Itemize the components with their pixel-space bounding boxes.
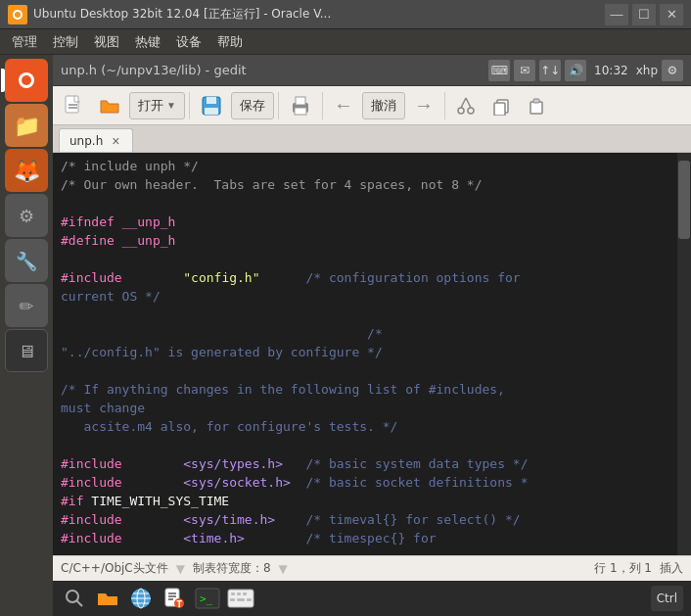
- toolbar: 打开 ▼ 保存: [53, 86, 691, 125]
- code-line-4: #ifndef __unp_h: [61, 213, 669, 231]
- svg-rect-42: [230, 598, 235, 601]
- undo-label-button[interactable]: 撤消: [362, 92, 405, 119]
- code-line-21: #include <time.h> /* timespec{} for: [61, 529, 669, 547]
- tab-width[interactable]: 制表符宽度：8: [193, 560, 271, 577]
- status-bar: C/C++/ObjC头文件 ▼ 制表符宽度：8 ▼ 行 1，列 1 插入: [53, 555, 691, 581]
- svg-rect-10: [207, 97, 216, 104]
- clock: 10:32: [594, 64, 628, 77]
- code-line-14: must change: [61, 399, 669, 417]
- svg-point-16: [468, 108, 474, 114]
- svg-rect-20: [494, 103, 505, 116]
- svg-rect-40: [237, 592, 241, 595]
- svg-text:T: T: [177, 600, 183, 609]
- sidebar-ubuntu[interactable]: [5, 59, 48, 102]
- taskbar-files-icon[interactable]: [94, 585, 121, 612]
- menu-control[interactable]: 控制: [45, 31, 86, 53]
- tab-filename: unp.h: [69, 134, 103, 148]
- svg-point-2: [15, 12, 21, 18]
- vertical-scrollbar[interactable]: [677, 153, 691, 555]
- open-button[interactable]: 打开 ▼: [129, 92, 185, 119]
- code-line-5: #define __unp_h: [61, 231, 669, 250]
- paste-button[interactable]: [520, 90, 553, 121]
- redo-button[interactable]: →: [407, 90, 440, 121]
- sidebar-firefox[interactable]: 🦊: [5, 149, 48, 192]
- svg-text:>_: >_: [200, 592, 213, 605]
- code-line-11: "../config.h" is generated by configure …: [61, 343, 669, 361]
- email-icon: ✉: [514, 60, 535, 81]
- cut-button[interactable]: [449, 90, 483, 121]
- svg-line-24: [76, 600, 82, 606]
- settings-icon[interactable]: ⚙: [662, 60, 683, 81]
- volume-icon: 🔊: [565, 60, 586, 81]
- svg-line-18: [466, 98, 471, 108]
- keyboard-icon: ⌨: [488, 60, 510, 81]
- svg-rect-13: [296, 97, 305, 105]
- undo-button[interactable]: ←: [327, 90, 360, 121]
- menu-hotkey[interactable]: 热键: [127, 31, 168, 53]
- svg-rect-44: [247, 598, 252, 601]
- sidebar-wrench-app[interactable]: 🔧: [5, 239, 48, 282]
- print-button[interactable]: [283, 90, 318, 121]
- sidebar-text-app[interactable]: ✏: [5, 284, 48, 327]
- code-line-13: /* If anything changes in the following …: [61, 380, 669, 399]
- save-icon-button[interactable]: [194, 90, 229, 121]
- new-file-button[interactable]: [57, 90, 90, 121]
- code-line-10: /*: [61, 324, 669, 343]
- taskbar-terminal-icon[interactable]: >_: [194, 585, 221, 612]
- cursor-position: 行 1，列 1: [594, 560, 652, 577]
- svg-rect-43: [237, 598, 245, 601]
- code-line-18: #include <sys/socket.h> /* basic socket …: [61, 473, 669, 492]
- toolbar-separator-1: [189, 92, 190, 119]
- toolbar-separator-4: [444, 92, 445, 119]
- code-line-8: current OS */: [61, 287, 669, 306]
- taskbar-gedit-icon[interactable]: T: [161, 585, 188, 612]
- svg-point-5: [22, 75, 31, 85]
- taskbar-browser-icon[interactable]: [127, 585, 155, 612]
- toolbar-separator-3: [322, 92, 323, 119]
- window-controls: — ☐ ✕: [605, 4, 683, 25]
- sidebar-monitor-app[interactable]: 🖥: [5, 329, 48, 372]
- code-line-15: acsite.m4 also, for configure's tests. *…: [61, 417, 669, 436]
- taskbar-keyboard-icon[interactable]: [227, 585, 254, 612]
- code-line-6: [61, 250, 669, 268]
- language-mode[interactable]: C/C++/ObjC头文件: [61, 560, 168, 577]
- gedit-title: unp.h (~/unpv13e/lib) - gedit: [61, 63, 247, 77]
- code-line-3: [61, 194, 669, 213]
- system-tray: ⌨ ✉ ↑↓ 🔊 10:32 xhp ⚙: [488, 60, 683, 81]
- file-tab[interactable]: unp.h ×: [59, 128, 133, 152]
- svg-rect-41: [243, 592, 247, 595]
- code-line-19: #if TIME_WITH_SYS_TIME: [61, 492, 669, 510]
- maximize-button[interactable]: ☐: [632, 4, 656, 25]
- save-button[interactable]: 保存: [231, 92, 274, 119]
- ctrl-indicator: Ctrl: [651, 586, 683, 611]
- copy-button[interactable]: [484, 90, 518, 121]
- open-folder-button[interactable]: [92, 90, 127, 121]
- network-icon: ↑↓: [539, 60, 561, 81]
- tab-bar: unp.h ×: [53, 125, 691, 153]
- title-bar: Ubuntu Desktop 32bit 12.04 [正在运行] - Orac…: [0, 0, 691, 29]
- toolbar-separator-2: [278, 92, 279, 119]
- close-button[interactable]: ✕: [660, 4, 683, 25]
- username: xhp: [636, 64, 658, 77]
- tab-close-button[interactable]: ×: [109, 134, 122, 148]
- menu-help[interactable]: 帮助: [209, 31, 251, 53]
- code-line-17: #include <sys/types.h> /* basic system d…: [61, 454, 669, 473]
- menu-manage[interactable]: 管理: [4, 31, 45, 53]
- menu-view[interactable]: 视图: [86, 31, 127, 53]
- code-line-16: [61, 436, 669, 454]
- code-line-1: /* include unph */: [61, 157, 669, 175]
- svg-rect-22: [533, 99, 539, 103]
- sidebar-system-app[interactable]: ⚙: [5, 194, 48, 237]
- menu-device[interactable]: 设备: [168, 31, 209, 53]
- scrollbar-thumb[interactable]: [678, 161, 690, 239]
- code-line-2: /* Our own header. Tabs are set for 4 sp…: [61, 175, 669, 194]
- taskbar-search-icon[interactable]: [61, 585, 88, 612]
- minimize-button[interactable]: —: [605, 4, 628, 25]
- insert-mode: 插入: [660, 560, 683, 577]
- svg-rect-11: [205, 108, 218, 115]
- sidebar-files[interactable]: 📁: [5, 104, 48, 147]
- code-editor[interactable]: /* include unph */ /* Our own header. Ta…: [53, 153, 677, 555]
- window-title: Ubuntu Desktop 32bit 12.04 [正在运行] - Orac…: [33, 6, 605, 23]
- svg-rect-14: [295, 108, 306, 115]
- code-line-12: [61, 361, 669, 380]
